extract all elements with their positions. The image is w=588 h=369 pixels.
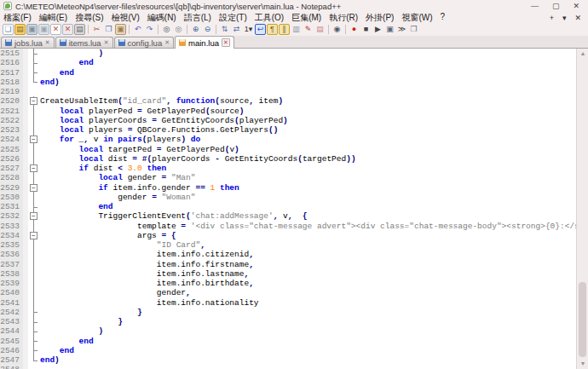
menu-item-language[interactable]: 語言(L) [184,12,211,24]
fold-margin[interactable]: − [28,96,40,106]
scroll-up-icon[interactable]: ▲ [577,49,588,59]
menu-item-plugins[interactable]: 外掛(P) [366,12,394,24]
menu-plus-button[interactable]: + [550,14,554,22]
redo-icon[interactable]: ↷ [144,24,155,35]
fold-margin[interactable] [28,173,40,182]
fold-margin[interactable] [28,240,40,250]
fold-margin[interactable] [28,260,40,269]
fold-margin[interactable] [28,125,40,135]
close-button[interactable]: ✕ [573,1,579,11]
fold-collapse-icon[interactable]: − [30,135,37,143]
playback-macro-icon[interactable]: ▶ [372,24,383,35]
fold-margin[interactable] [28,222,40,231]
fold-margin[interactable] [28,107,40,116]
fold-margin[interactable] [28,193,40,202]
code-line[interactable]: 2530 gender = "Woman" [0,193,576,202]
monitoring-icon[interactable]: ◉ [331,24,343,35]
fold-margin[interactable]: − [28,211,40,221]
fold-collapse-icon[interactable]: − [30,184,37,192]
open-folder-icon[interactable]: ▤ [14,24,26,35]
fold-margin[interactable] [28,202,40,211]
code-line[interactable]: 2522 local playerCoords = GetEntityCoord… [0,116,576,125]
paste-icon[interactable]: ▣ [115,24,126,35]
fold-margin[interactable] [28,145,40,154]
menu-item-run[interactable]: 執行(R) [329,12,358,24]
fold-margin[interactable] [28,87,40,96]
menu-item-settings[interactable]: 設定(T) [219,12,247,24]
tab-close-icon[interactable]: ✕ [104,39,109,46]
menu-dropdown-button[interactable]: ▾ [562,14,567,22]
save-macro-icon[interactable]: ▣ [384,24,395,35]
fold-margin[interactable]: − [28,231,40,240]
replace-icon[interactable]: ◎ [173,24,184,35]
tab-main-lua[interactable]: main.lua✕ [175,36,234,49]
editor-area[interactable]: 2515 )2516 end2517 end2518end)25192520−C… [0,49,588,369]
maximize-button[interactable]: ▢ [552,1,560,11]
fold-margin[interactable] [28,78,40,87]
fold-margin[interactable] [28,68,40,78]
tab-close-icon[interactable]: ✕ [164,39,170,46]
code-line[interactable]: 2534− args = { [0,231,576,240]
zoom-in-icon[interactable]: ⊕ [190,24,201,35]
fold-collapse-icon[interactable]: − [30,97,37,105]
code-line[interactable]: 2547end) [0,355,576,365]
code-line[interactable]: 2518end) [0,78,576,87]
scrollbar-thumb[interactable] [579,282,586,357]
fold-margin[interactable]: − [28,135,40,144]
fold-margin[interactable] [28,337,40,346]
stop-record-icon[interactable]: ■ [360,24,372,35]
define-language-icon[interactable]: ✎ [303,24,314,35]
code-line[interactable]: 2538 item.info.lastname, [0,269,576,279]
run-macro-icon[interactable]: ≫ [396,24,407,35]
menu-item-file[interactable]: 檔案(F) [3,12,32,24]
fold-margin[interactable] [28,49,40,58]
sync-horizontal-icon[interactable]: ⇄ [231,24,242,35]
code-line[interactable]: 2515 ) [0,49,576,58]
code-line[interactable]: 2537 item.info.firstname, [0,260,576,269]
close-all-docs-icon[interactable]: ✕ [62,24,73,35]
code-line[interactable]: 2543 } [0,317,576,326]
fold-margin[interactable] [28,326,40,336]
code-line[interactable]: 2523 local players = QBCore.Functions.Ge… [0,125,576,135]
code-line[interactable]: 2544 ) [0,326,576,336]
show-all-chars-icon[interactable]: ¶ [267,24,278,35]
code-line[interactable]: 2524− for _, v in pairs(players) do [0,135,576,144]
cut-icon[interactable]: ✂ [91,24,102,35]
code-line[interactable]: 2516 end [0,58,576,67]
code-line[interactable]: 2542 } [0,308,576,317]
menu-item-window[interactable]: 視窗(W) [401,12,432,24]
code-line[interactable]: 2526 local dist = #(playerCoords - GetEn… [0,154,576,164]
code-line[interactable]: 2519 [0,87,576,96]
code-line[interactable]: 2517 end [0,68,576,78]
code-line[interactable]: 2533 template = '<div class="chat-messag… [0,222,576,231]
menu-item-view[interactable]: 檢視(V) [111,12,139,24]
function-list-icon[interactable]: ▤ [314,24,326,35]
fold-margin[interactable] [28,355,40,365]
fold-margin[interactable] [28,317,40,326]
fold-margin[interactable] [28,365,40,369]
code-line[interactable]: 2528 local gender = "Man" [0,173,576,182]
undo-icon[interactable]: ↶ [132,24,143,35]
tab-items-lua[interactable]: items.lua✕ [55,37,113,48]
print-icon[interactable]: ▤ [74,24,85,35]
menu-item-edit[interactable]: 編輯(E) [39,12,67,24]
menu-item-encoding[interactable]: 編碼(N) [147,12,176,24]
fold-margin[interactable] [28,58,40,67]
zoom-out-icon[interactable]: ⊖ [202,24,213,35]
code-line[interactable]: 2531 end [0,202,576,211]
code-line[interactable]: 2546 end [0,346,576,355]
code-line[interactable]: 2541 item.info.nationality [0,298,576,308]
fold-margin[interactable]: − [28,164,40,173]
find-icon[interactable]: ◎ [161,24,172,35]
doc-map-icon[interactable]: ▥ [291,24,302,35]
fold-margin[interactable] [28,116,40,125]
code-line[interactable]: 2527− if dist < 3.0 then [0,164,576,173]
code-line[interactable]: 2529− if item.info.gender == 1 then [0,183,576,193]
menu-item-tools[interactable]: 工具(O) [255,12,284,24]
save-all-icon[interactable]: ▣ [38,24,49,35]
code-line[interactable]: 2536 item.info.citizenid, [0,250,576,259]
code-line[interactable]: 2521 local playerPed = GetPlayerPed(sour… [0,107,576,116]
menu-item-search[interactable]: 搜尋(S) [75,12,103,24]
fold-margin[interactable] [28,288,40,297]
minimize-button[interactable]: — [531,1,539,11]
